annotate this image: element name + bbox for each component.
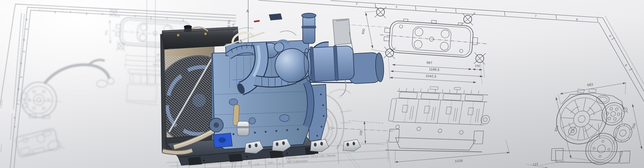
stack-flange	[302, 13, 316, 18]
ls-grid-C: C	[20, 62, 23, 65]
brass-fitting-left	[177, 34, 180, 36]
ls-side-view-hint	[125, 69, 166, 105]
ls-grid-5: 5	[166, 17, 168, 20]
wire-hook	[339, 95, 342, 98]
service-cover-2	[280, 115, 289, 122]
hero-banner: 1 2 3 4 5 A B C D E 600	[0, 0, 644, 168]
rs-grid-4: 4	[396, 5, 397, 8]
ls-iso-view	[15, 127, 65, 159]
ls-grid-3: 3	[102, 13, 103, 15]
dim-100-label: 100	[475, 64, 480, 67]
stack-clamp	[302, 26, 316, 28]
dim-100b-label: 100	[359, 130, 363, 136]
base-foot-2	[229, 154, 243, 162]
canister-band	[237, 126, 249, 128]
ls-grid-2: 2	[69, 10, 71, 13]
rs-grid-6: 6	[474, 12, 475, 15]
ls-grid-B: B	[23, 38, 25, 42]
title-description-2: NPI Calenzano	[287, 159, 308, 163]
base-foot-1	[188, 157, 202, 165]
ls-grid-1: 1	[39, 9, 41, 11]
title-page-label: Pagina	[268, 162, 273, 164]
dim-987-label: 987	[426, 61, 433, 65]
rs-grid-B: B	[624, 64, 628, 67]
turbo-compressor	[274, 42, 284, 52]
ls-grid-A: A	[26, 18, 28, 21]
engine-3d-render	[155, 13, 385, 165]
radiator-cap	[184, 25, 192, 32]
dim-556-label: 556	[631, 123, 636, 129]
ls-margin-notes-lines3	[1, 100, 12, 152]
dim-600-label: 600	[361, 28, 366, 35]
ls-dim-1042: 1042,5	[153, 63, 162, 67]
section-marker-A: A	[246, 9, 249, 13]
title-scale: 1:10	[254, 163, 259, 166]
rs-grid-3: 3	[356, 2, 358, 5]
service-cover-3	[249, 118, 255, 124]
rs-side-view: 1039	[335, 84, 510, 168]
dim-122-label: 122	[532, 162, 539, 167]
rs-grid-A: A	[608, 34, 612, 38]
rs-grid-5: 5	[435, 8, 437, 12]
rs-grid-7: 7	[535, 14, 537, 18]
exhaust-stack	[303, 16, 315, 43]
dim-1188-label: 1188,5	[429, 67, 440, 72]
title-revision: E	[248, 161, 251, 165]
dim-1042-label: 1042,5	[426, 74, 437, 78]
brass-fitting-right	[204, 33, 207, 35]
ls-grid-4: 4	[134, 15, 136, 17]
cad-banner-canvas: 1 2 3 4 5 A B C D E 600	[0, 0, 644, 168]
gray-bracket	[333, 19, 351, 45]
rs-grid-8: 8	[576, 18, 578, 21]
ls-front-view	[17, 60, 114, 118]
dim-683-label: 683	[587, 82, 593, 87]
red-accent-tag	[254, 20, 260, 22]
lifting-bracket	[269, 13, 282, 20]
ls-grid-E: E	[14, 116, 16, 119]
rs-front-view: 683 834 556 122	[526, 82, 643, 168]
ls-dim-600: 600	[104, 30, 108, 35]
water-pump-inlet	[218, 137, 226, 143]
base-foot-3	[269, 150, 284, 158]
title-page-number: 1	[279, 162, 281, 165]
dim-1039-label: 1039	[455, 159, 463, 163]
oil-filter-canister	[237, 121, 249, 136]
service-cover-1	[229, 99, 238, 105]
